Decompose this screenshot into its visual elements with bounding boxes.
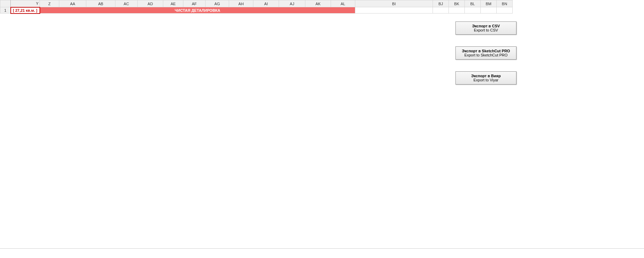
export-sketchcut-button[interactable]: Экспорт в SketchCut PRO Export to Sketch…: [455, 46, 516, 60]
col-header-AK[interactable]: AK: [305, 0, 331, 7]
col-header-AA[interactable]: AA: [59, 0, 86, 7]
col-header-BN[interactable]: BN: [497, 0, 513, 7]
export-viyar-line2: Export to Viyar: [456, 78, 516, 82]
col-header-BI[interactable]: BI: [355, 0, 433, 7]
col-header-AL[interactable]: AL: [331, 0, 355, 7]
col-header-AJ[interactable]: AJ: [279, 0, 305, 7]
col-header-AG[interactable]: AG: [206, 0, 229, 7]
detailing-title: ЧИСТАЯ ДЕТАЛИРОВКА: [40, 7, 355, 14]
col-header-BK[interactable]: BK: [449, 0, 465, 7]
export-csv-line1: Экспорт в CSV: [456, 24, 516, 28]
select-all-corner[interactable]: [0, 0, 11, 7]
square-meters-box: [ 27,21 кв.м. ]: [11, 7, 40, 14]
export-sketchcut-line1: Экспорт в SketchCut PRO: [456, 49, 516, 53]
col-header-BM[interactable]: BM: [481, 0, 497, 7]
col-header-BL[interactable]: BL: [465, 0, 481, 7]
sheet-tab-bar: [0, 248, 644, 257]
col-header-BJ[interactable]: BJ: [433, 0, 449, 7]
col-header-Y[interactable]: Y: [11, 0, 40, 7]
row-header[interactable]: 1: [0, 7, 11, 14]
col-header-AD[interactable]: AD: [138, 0, 163, 7]
col-header-AE[interactable]: AE: [163, 0, 183, 7]
export-viyar-line1: Экспорт в Вияр: [456, 74, 516, 78]
export-sketchcut-line2: Export to SketchCut PRO: [456, 53, 516, 57]
column-header-row: YZAAABACADAEAFAGAHAIAJAKALBIBJBKBLBMBN: [0, 0, 513, 7]
col-header-Z[interactable]: Z: [40, 0, 59, 7]
spreadsheet-grid[interactable]: YZAAABACADAEAFAGAHAIAJAKALBIBJBKBLBMBN 1…: [0, 0, 644, 248]
col-header-AI[interactable]: AI: [253, 0, 279, 7]
export-csv-button[interactable]: Экспорт в CSV Export to CSV: [455, 21, 516, 35]
export-csv-line2: Export to CSV: [456, 28, 516, 32]
col-header-AH[interactable]: AH: [229, 0, 253, 7]
col-header-AF[interactable]: AF: [183, 0, 206, 7]
col-header-AB[interactable]: AB: [86, 0, 115, 7]
export-viyar-button[interactable]: Экспорт в Вияр Export to Viyar: [455, 71, 516, 84]
col-header-AC[interactable]: AC: [115, 0, 138, 7]
